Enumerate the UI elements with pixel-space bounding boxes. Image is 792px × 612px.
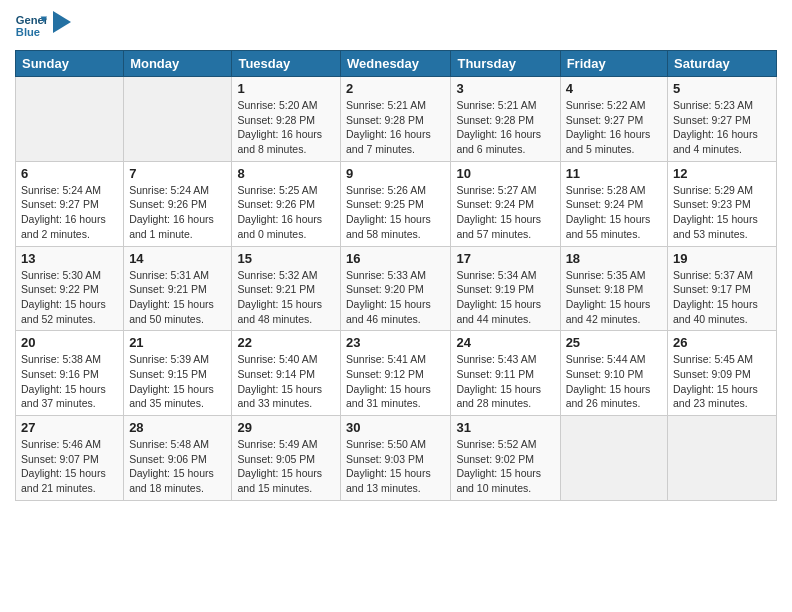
weekday-saturday: Saturday xyxy=(668,51,777,77)
calendar-cell: 22Sunrise: 5:40 AM Sunset: 9:14 PM Dayli… xyxy=(232,331,341,416)
weekday-friday: Friday xyxy=(560,51,667,77)
day-number: 30 xyxy=(346,420,445,435)
day-info: Sunrise: 5:24 AM Sunset: 9:26 PM Dayligh… xyxy=(129,183,226,242)
calendar-cell: 7Sunrise: 5:24 AM Sunset: 9:26 PM Daylig… xyxy=(124,161,232,246)
day-number: 25 xyxy=(566,335,662,350)
calendar-cell: 5Sunrise: 5:23 AM Sunset: 9:27 PM Daylig… xyxy=(668,77,777,162)
svg-text:Blue: Blue xyxy=(16,26,40,38)
calendar-cell: 19Sunrise: 5:37 AM Sunset: 9:17 PM Dayli… xyxy=(668,246,777,331)
day-number: 6 xyxy=(21,166,118,181)
day-number: 14 xyxy=(129,251,226,266)
day-number: 16 xyxy=(346,251,445,266)
weekday-sunday: Sunday xyxy=(16,51,124,77)
calendar-cell: 6Sunrise: 5:24 AM Sunset: 9:27 PM Daylig… xyxy=(16,161,124,246)
weekday-thursday: Thursday xyxy=(451,51,560,77)
day-info: Sunrise: 5:29 AM Sunset: 9:23 PM Dayligh… xyxy=(673,183,771,242)
day-number: 27 xyxy=(21,420,118,435)
day-info: Sunrise: 5:25 AM Sunset: 9:26 PM Dayligh… xyxy=(237,183,335,242)
day-number: 31 xyxy=(456,420,554,435)
calendar-cell: 23Sunrise: 5:41 AM Sunset: 9:12 PM Dayli… xyxy=(341,331,451,416)
day-info: Sunrise: 5:21 AM Sunset: 9:28 PM Dayligh… xyxy=(346,98,445,157)
calendar-cell: 16Sunrise: 5:33 AM Sunset: 9:20 PM Dayli… xyxy=(341,246,451,331)
day-number: 1 xyxy=(237,81,335,96)
day-info: Sunrise: 5:37 AM Sunset: 9:17 PM Dayligh… xyxy=(673,268,771,327)
day-info: Sunrise: 5:31 AM Sunset: 9:21 PM Dayligh… xyxy=(129,268,226,327)
day-number: 12 xyxy=(673,166,771,181)
day-number: 15 xyxy=(237,251,335,266)
day-info: Sunrise: 5:28 AM Sunset: 9:24 PM Dayligh… xyxy=(566,183,662,242)
week-row-3: 13Sunrise: 5:30 AM Sunset: 9:22 PM Dayli… xyxy=(16,246,777,331)
logo-arrow-icon xyxy=(53,11,71,33)
day-number: 28 xyxy=(129,420,226,435)
day-info: Sunrise: 5:44 AM Sunset: 9:10 PM Dayligh… xyxy=(566,352,662,411)
day-number: 24 xyxy=(456,335,554,350)
calendar-cell: 4Sunrise: 5:22 AM Sunset: 9:27 PM Daylig… xyxy=(560,77,667,162)
calendar-table: SundayMondayTuesdayWednesdayThursdayFrid… xyxy=(15,50,777,501)
day-number: 8 xyxy=(237,166,335,181)
weekday-wednesday: Wednesday xyxy=(341,51,451,77)
day-number: 26 xyxy=(673,335,771,350)
day-info: Sunrise: 5:32 AM Sunset: 9:21 PM Dayligh… xyxy=(237,268,335,327)
day-number: 23 xyxy=(346,335,445,350)
day-info: Sunrise: 5:41 AM Sunset: 9:12 PM Dayligh… xyxy=(346,352,445,411)
day-number: 2 xyxy=(346,81,445,96)
calendar-cell xyxy=(560,416,667,501)
calendar-cell xyxy=(124,77,232,162)
calendar-cell: 20Sunrise: 5:38 AM Sunset: 9:16 PM Dayli… xyxy=(16,331,124,416)
day-info: Sunrise: 5:40 AM Sunset: 9:14 PM Dayligh… xyxy=(237,352,335,411)
calendar-cell: 30Sunrise: 5:50 AM Sunset: 9:03 PM Dayli… xyxy=(341,416,451,501)
day-info: Sunrise: 5:33 AM Sunset: 9:20 PM Dayligh… xyxy=(346,268,445,327)
day-number: 22 xyxy=(237,335,335,350)
calendar-cell xyxy=(16,77,124,162)
day-number: 9 xyxy=(346,166,445,181)
calendar-body: 1Sunrise: 5:20 AM Sunset: 9:28 PM Daylig… xyxy=(16,77,777,501)
day-info: Sunrise: 5:39 AM Sunset: 9:15 PM Dayligh… xyxy=(129,352,226,411)
day-number: 10 xyxy=(456,166,554,181)
page: General Blue SundayMondayTuesdayWednesda… xyxy=(0,0,792,612)
calendar-cell: 2Sunrise: 5:21 AM Sunset: 9:28 PM Daylig… xyxy=(341,77,451,162)
calendar-cell: 26Sunrise: 5:45 AM Sunset: 9:09 PM Dayli… xyxy=(668,331,777,416)
day-info: Sunrise: 5:49 AM Sunset: 9:05 PM Dayligh… xyxy=(237,437,335,496)
calendar-cell: 27Sunrise: 5:46 AM Sunset: 9:07 PM Dayli… xyxy=(16,416,124,501)
calendar-cell: 25Sunrise: 5:44 AM Sunset: 9:10 PM Dayli… xyxy=(560,331,667,416)
weekday-header-row: SundayMondayTuesdayWednesdayThursdayFrid… xyxy=(16,51,777,77)
week-row-5: 27Sunrise: 5:46 AM Sunset: 9:07 PM Dayli… xyxy=(16,416,777,501)
calendar-cell: 14Sunrise: 5:31 AM Sunset: 9:21 PM Dayli… xyxy=(124,246,232,331)
day-info: Sunrise: 5:46 AM Sunset: 9:07 PM Dayligh… xyxy=(21,437,118,496)
day-number: 7 xyxy=(129,166,226,181)
day-number: 21 xyxy=(129,335,226,350)
day-info: Sunrise: 5:45 AM Sunset: 9:09 PM Dayligh… xyxy=(673,352,771,411)
calendar-cell: 31Sunrise: 5:52 AM Sunset: 9:02 PM Dayli… xyxy=(451,416,560,501)
day-info: Sunrise: 5:48 AM Sunset: 9:06 PM Dayligh… xyxy=(129,437,226,496)
calendar-cell: 11Sunrise: 5:28 AM Sunset: 9:24 PM Dayli… xyxy=(560,161,667,246)
day-info: Sunrise: 5:26 AM Sunset: 9:25 PM Dayligh… xyxy=(346,183,445,242)
day-info: Sunrise: 5:50 AM Sunset: 9:03 PM Dayligh… xyxy=(346,437,445,496)
calendar-cell: 17Sunrise: 5:34 AM Sunset: 9:19 PM Dayli… xyxy=(451,246,560,331)
day-number: 19 xyxy=(673,251,771,266)
day-info: Sunrise: 5:38 AM Sunset: 9:16 PM Dayligh… xyxy=(21,352,118,411)
day-number: 11 xyxy=(566,166,662,181)
calendar-cell: 1Sunrise: 5:20 AM Sunset: 9:28 PM Daylig… xyxy=(232,77,341,162)
day-info: Sunrise: 5:23 AM Sunset: 9:27 PM Dayligh… xyxy=(673,98,771,157)
day-info: Sunrise: 5:52 AM Sunset: 9:02 PM Dayligh… xyxy=(456,437,554,496)
week-row-2: 6Sunrise: 5:24 AM Sunset: 9:27 PM Daylig… xyxy=(16,161,777,246)
week-row-4: 20Sunrise: 5:38 AM Sunset: 9:16 PM Dayli… xyxy=(16,331,777,416)
day-info: Sunrise: 5:43 AM Sunset: 9:11 PM Dayligh… xyxy=(456,352,554,411)
day-info: Sunrise: 5:21 AM Sunset: 9:28 PM Dayligh… xyxy=(456,98,554,157)
calendar-cell: 28Sunrise: 5:48 AM Sunset: 9:06 PM Dayli… xyxy=(124,416,232,501)
day-number: 17 xyxy=(456,251,554,266)
svg-text:General: General xyxy=(16,14,47,26)
calendar-cell: 9Sunrise: 5:26 AM Sunset: 9:25 PM Daylig… xyxy=(341,161,451,246)
logo-icon: General Blue xyxy=(15,10,47,42)
calendar-cell xyxy=(668,416,777,501)
weekday-tuesday: Tuesday xyxy=(232,51,341,77)
week-row-1: 1Sunrise: 5:20 AM Sunset: 9:28 PM Daylig… xyxy=(16,77,777,162)
weekday-monday: Monday xyxy=(124,51,232,77)
calendar-cell: 15Sunrise: 5:32 AM Sunset: 9:21 PM Dayli… xyxy=(232,246,341,331)
day-number: 13 xyxy=(21,251,118,266)
day-number: 18 xyxy=(566,251,662,266)
calendar-cell: 10Sunrise: 5:27 AM Sunset: 9:24 PM Dayli… xyxy=(451,161,560,246)
logo: General Blue xyxy=(15,10,71,42)
calendar-cell: 24Sunrise: 5:43 AM Sunset: 9:11 PM Dayli… xyxy=(451,331,560,416)
calendar-cell: 29Sunrise: 5:49 AM Sunset: 9:05 PM Dayli… xyxy=(232,416,341,501)
